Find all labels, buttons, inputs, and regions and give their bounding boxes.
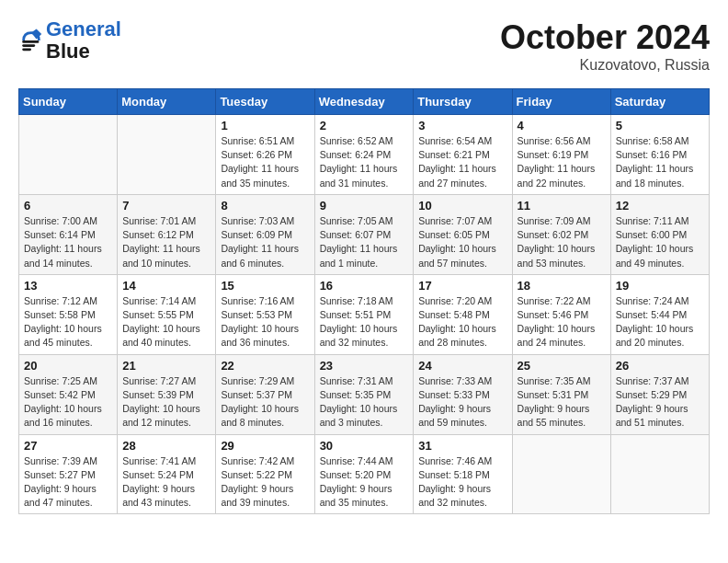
day-number: 30	[320, 439, 409, 453]
sunset-text: Sunset: 5:53 PM	[221, 308, 309, 322]
calendar-cell	[118, 115, 216, 195]
sunset-text: Sunset: 5:22 PM	[221, 468, 309, 482]
weekday-header-tuesday: Tuesday	[216, 89, 314, 115]
day-number: 17	[418, 279, 506, 293]
daylight-text: Daylight: 9 hours and 59 minutes.	[418, 402, 506, 430]
day-info: Sunrise: 7:27 AMSunset: 5:39 PMDaylight:…	[122, 374, 210, 431]
day-info: Sunrise: 7:41 AMSunset: 5:24 PMDaylight:…	[122, 454, 210, 511]
calendar-cell: 16Sunrise: 7:18 AMSunset: 5:51 PMDayligh…	[314, 274, 414, 354]
day-number: 31	[418, 439, 506, 453]
calendar-cell: 6Sunrise: 7:00 AMSunset: 6:14 PMDaylight…	[19, 194, 118, 274]
sunrise-text: Sunrise: 7:12 AM	[24, 294, 112, 308]
sunset-text: Sunset: 5:20 PM	[320, 468, 409, 482]
calendar-cell: 21Sunrise: 7:27 AMSunset: 5:39 PMDayligh…	[118, 354, 216, 434]
sunset-text: Sunset: 6:09 PM	[221, 228, 309, 242]
daylight-text: Daylight: 11 hours and 6 minutes.	[221, 242, 309, 270]
day-number: 3	[418, 119, 506, 132]
day-info: Sunrise: 6:58 AMSunset: 6:16 PMDaylight:…	[616, 134, 704, 190]
calendar-cell: 28Sunrise: 7:41 AMSunset: 5:24 PMDayligh…	[118, 434, 216, 514]
sunset-text: Sunset: 5:44 PM	[616, 308, 704, 322]
day-number: 6	[24, 199, 112, 213]
daylight-text: Daylight: 10 hours and 8 minutes.	[221, 402, 309, 430]
calendar-cell: 5Sunrise: 6:58 AMSunset: 6:16 PMDaylight…	[610, 115, 709, 195]
calendar-cell: 1Sunrise: 6:51 AMSunset: 6:26 PMDaylight…	[216, 115, 314, 195]
sunset-text: Sunset: 6:16 PM	[616, 148, 704, 162]
calendar-cell: 31Sunrise: 7:46 AMSunset: 5:18 PMDayligh…	[414, 434, 512, 514]
daylight-text: Daylight: 11 hours and 35 minutes.	[221, 162, 309, 190]
day-number: 28	[122, 439, 210, 453]
sunrise-text: Sunrise: 7:29 AM	[221, 374, 309, 388]
sunrise-text: Sunrise: 7:44 AM	[320, 454, 409, 468]
daylight-text: Daylight: 11 hours and 18 minutes.	[616, 162, 704, 190]
sunset-text: Sunset: 5:33 PM	[418, 388, 506, 402]
sunset-text: Sunset: 6:02 PM	[518, 228, 606, 242]
sunrise-text: Sunrise: 7:03 AM	[221, 214, 309, 228]
sunrise-text: Sunrise: 6:51 AM	[221, 134, 309, 148]
day-number: 1	[221, 119, 309, 132]
daylight-text: Daylight: 9 hours and 51 minutes.	[616, 402, 704, 430]
day-number: 24	[418, 359, 506, 373]
sunrise-text: Sunrise: 7:07 AM	[418, 214, 506, 228]
month-title: October 2024	[500, 18, 710, 57]
day-info: Sunrise: 7:22 AMSunset: 5:46 PMDaylight:…	[518, 294, 606, 350]
sunrise-text: Sunrise: 7:31 AM	[320, 374, 409, 388]
daylight-text: Daylight: 10 hours and 24 minutes.	[518, 322, 606, 350]
calendar-cell: 29Sunrise: 7:42 AMSunset: 5:22 PMDayligh…	[216, 434, 314, 514]
day-number: 11	[518, 199, 606, 213]
sunset-text: Sunset: 5:31 PM	[518, 388, 606, 402]
calendar-cell: 24Sunrise: 7:33 AMSunset: 5:33 PMDayligh…	[414, 354, 512, 434]
day-info: Sunrise: 7:33 AMSunset: 5:33 PMDaylight:…	[418, 374, 506, 431]
day-info: Sunrise: 7:31 AMSunset: 5:35 PMDaylight:…	[320, 374, 409, 431]
sunrise-text: Sunrise: 7:16 AM	[221, 294, 309, 308]
calendar-cell: 9Sunrise: 7:05 AMSunset: 6:07 PMDaylight…	[314, 194, 414, 274]
sunset-text: Sunset: 6:00 PM	[616, 228, 704, 242]
week-row-2: 6Sunrise: 7:00 AMSunset: 6:14 PMDaylight…	[19, 194, 710, 274]
sunset-text: Sunset: 5:18 PM	[418, 468, 506, 482]
day-info: Sunrise: 7:05 AMSunset: 6:07 PMDaylight:…	[320, 214, 409, 270]
calendar-cell: 14Sunrise: 7:14 AMSunset: 5:55 PMDayligh…	[118, 274, 216, 354]
sunrise-text: Sunrise: 7:42 AM	[221, 454, 309, 468]
day-number: 16	[320, 279, 409, 293]
day-info: Sunrise: 7:00 AMSunset: 6:14 PMDaylight:…	[24, 214, 112, 270]
day-number: 18	[518, 279, 606, 293]
daylight-text: Daylight: 10 hours and 40 minutes.	[122, 322, 210, 350]
logo-text: General Blue	[46, 18, 121, 63]
day-info: Sunrise: 7:25 AMSunset: 5:42 PMDaylight:…	[24, 374, 112, 431]
week-row-4: 20Sunrise: 7:25 AMSunset: 5:42 PMDayligh…	[19, 354, 710, 434]
day-info: Sunrise: 6:56 AMSunset: 6:19 PMDaylight:…	[518, 134, 606, 190]
calendar-cell: 27Sunrise: 7:39 AMSunset: 5:27 PMDayligh…	[19, 434, 118, 514]
sunset-text: Sunset: 5:51 PM	[320, 308, 409, 322]
calendar-cell: 26Sunrise: 7:37 AMSunset: 5:29 PMDayligh…	[610, 354, 709, 434]
day-info: Sunrise: 7:39 AMSunset: 5:27 PMDaylight:…	[24, 454, 112, 511]
sunset-text: Sunset: 6:07 PM	[320, 228, 409, 242]
calendar-cell: 8Sunrise: 7:03 AMSunset: 6:09 PMDaylight…	[216, 194, 314, 274]
calendar-cell: 3Sunrise: 6:54 AMSunset: 6:21 PMDaylight…	[414, 115, 512, 195]
day-info: Sunrise: 7:18 AMSunset: 5:51 PMDaylight:…	[320, 294, 409, 350]
daylight-text: Daylight: 10 hours and 12 minutes.	[122, 402, 210, 430]
location: Kuzovatovo, Russia	[500, 57, 710, 74]
calendar-cell: 19Sunrise: 7:24 AMSunset: 5:44 PMDayligh…	[610, 274, 709, 354]
sunrise-text: Sunrise: 7:01 AM	[122, 214, 210, 228]
day-info: Sunrise: 7:09 AMSunset: 6:02 PMDaylight:…	[518, 214, 606, 270]
day-info: Sunrise: 7:42 AMSunset: 5:22 PMDaylight:…	[221, 454, 309, 511]
day-number: 26	[616, 359, 704, 373]
svg-rect-0	[22, 40, 39, 43]
day-info: Sunrise: 7:46 AMSunset: 5:18 PMDaylight:…	[418, 454, 506, 511]
day-number: 29	[221, 439, 309, 453]
calendar-table: SundayMondayTuesdayWednesdayThursdayFrid…	[18, 88, 710, 514]
day-number: 12	[616, 199, 704, 213]
sunrise-text: Sunrise: 7:25 AM	[24, 374, 112, 388]
day-info: Sunrise: 7:12 AMSunset: 5:58 PMDaylight:…	[24, 294, 112, 350]
sunset-text: Sunset: 5:58 PM	[24, 308, 112, 322]
sunset-text: Sunset: 6:24 PM	[320, 148, 409, 162]
day-number: 27	[24, 439, 112, 453]
weekday-header-sunday: Sunday	[19, 89, 118, 115]
daylight-text: Daylight: 10 hours and 45 minutes.	[24, 322, 112, 350]
day-info: Sunrise: 6:52 AMSunset: 6:24 PMDaylight:…	[320, 134, 409, 190]
day-number: 22	[221, 359, 309, 373]
day-info: Sunrise: 7:44 AMSunset: 5:20 PMDaylight:…	[320, 454, 409, 511]
calendar-cell: 18Sunrise: 7:22 AMSunset: 5:46 PMDayligh…	[512, 274, 610, 354]
daylight-text: Daylight: 9 hours and 47 minutes.	[24, 482, 112, 510]
sunset-text: Sunset: 5:55 PM	[122, 308, 210, 322]
calendar-cell	[19, 115, 118, 195]
